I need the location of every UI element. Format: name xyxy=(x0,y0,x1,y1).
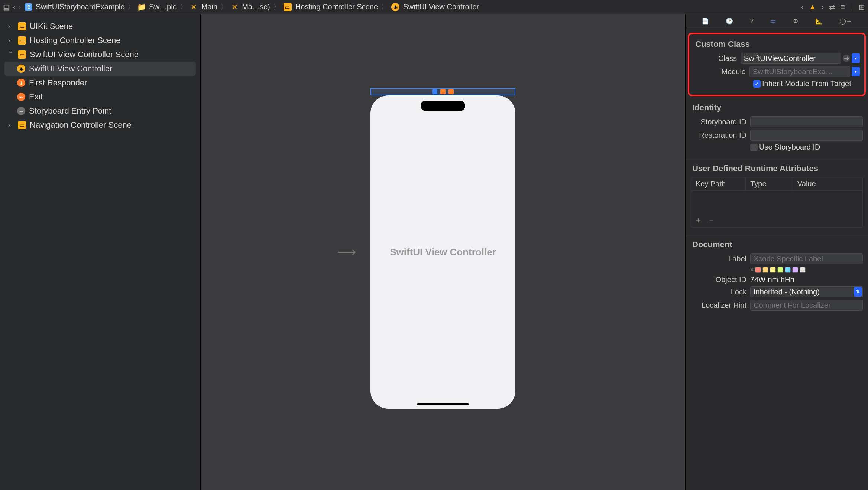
inspector-tabs: 📄 🕑 ? ▭ ⚙ 📐 ◯→ xyxy=(686,14,868,28)
x-icon: ✕ xyxy=(231,3,238,11)
color-swatch[interactable] xyxy=(792,267,798,273)
disclosure-closed-icon[interactable]: › xyxy=(8,122,14,128)
breadcrumb-item[interactable]: SwiftUIStoryboardExample xyxy=(36,3,124,11)
breadcrumb-item[interactable]: Hosting Controller Scene xyxy=(295,3,378,11)
color-swatch[interactable] xyxy=(755,267,761,273)
x-icon: ✕ xyxy=(190,3,198,11)
view-controller-icon: ◉ xyxy=(391,3,399,11)
lock-dropdown-icon[interactable]: ⇅ xyxy=(854,287,862,297)
tab-help-inspector[interactable]: ? xyxy=(750,18,754,24)
color-swatch[interactable] xyxy=(770,267,776,273)
breadcrumb-item[interactable]: SwiftUI View Controller xyxy=(403,3,479,11)
document-section: Document Label × xyxy=(686,236,868,319)
doc-label-label: Label xyxy=(691,255,746,263)
first-responder-dock-icon[interactable] xyxy=(440,89,446,94)
storyboard-canvas[interactable]: ⟶ SwiftUI View Controller xyxy=(201,14,685,490)
document-outline: › ▭ UIKit Scene › ▭ Hosting Controller S… xyxy=(0,14,201,490)
vc-dock-icon[interactable] xyxy=(432,89,437,94)
adjust-editor-icon[interactable]: ≡ xyxy=(841,3,845,11)
tab-file-inspector[interactable]: 📄 xyxy=(702,17,709,24)
localizer-hint-field[interactable] xyxy=(750,300,863,311)
remove-attr-button[interactable]: － xyxy=(707,215,716,226)
custom-class-section: Custom Class Class ➜ ▾ Module ▾ xyxy=(688,33,866,96)
section-title: Custom Class xyxy=(695,39,860,49)
module-field[interactable] xyxy=(749,66,850,77)
outline-item-swiftui-scene[interactable]: › ▭ SwiftUI View Controller Scene xyxy=(4,48,196,62)
inherit-module-checkbox[interactable]: ✓ xyxy=(753,80,761,88)
runtime-attrs-table[interactable]: Key Path Type Value ＋ － xyxy=(691,177,863,228)
section-title: Identity xyxy=(692,103,863,112)
exit-dock-icon[interactable] xyxy=(448,89,454,94)
breadcrumb: IB SwiftUIStoryboardExample〉 📁 Sw…ple〉 ✕… xyxy=(25,2,479,12)
color-swatch[interactable] xyxy=(762,267,768,273)
breadcrumb-item[interactable]: Main xyxy=(201,3,217,11)
scene-icon: ▭ xyxy=(18,36,26,45)
outline-label: SwiftUI View Controller xyxy=(29,64,113,74)
inherit-module-label: Inherit Module From Target xyxy=(762,79,851,88)
issue-nav-prev-icon[interactable]: ‹ xyxy=(801,3,804,11)
module-label: Module xyxy=(694,68,746,76)
warning-badge[interactable]: ▲ xyxy=(809,3,816,11)
table-body[interactable] xyxy=(691,191,862,213)
storyboard-id-label: Storyboard ID xyxy=(691,118,746,126)
restoration-id-field[interactable] xyxy=(750,130,863,141)
object-id-label: Object ID xyxy=(691,275,746,284)
col-type[interactable]: Type xyxy=(746,177,793,190)
outline-item-hosting-scene[interactable]: › ▭ Hosting Controller Scene xyxy=(4,33,196,48)
initial-vc-arrow-icon: ⟶ xyxy=(337,244,356,260)
add-editor-icon[interactable]: ⊞ xyxy=(859,3,865,12)
related-items-icon[interactable]: ▦ xyxy=(3,3,10,12)
scene-icon: ▭ xyxy=(284,3,292,11)
navigate-to-class-icon[interactable]: ➜ xyxy=(843,55,850,62)
disclosure-open-icon[interactable]: › xyxy=(8,52,14,58)
issue-nav-next-icon[interactable]: › xyxy=(822,3,824,11)
view-controller-scene[interactable]: ⟶ SwiftUI View Controller xyxy=(370,95,515,409)
tab-identity-inspector[interactable]: ▭ xyxy=(770,17,776,24)
outline-item-nav-scene[interactable]: › ▭ Navigation Controller Scene xyxy=(4,118,196,132)
col-keypath[interactable]: Key Path xyxy=(691,177,746,190)
tab-history-inspector[interactable]: 🕑 xyxy=(726,17,733,24)
breadcrumb-item[interactable]: Sw…ple xyxy=(149,3,176,11)
tab-connections-inspector[interactable]: ◯→ xyxy=(839,17,852,24)
color-swatch[interactable] xyxy=(785,267,791,273)
lock-label: Lock xyxy=(691,288,746,296)
top-toolbar: ▦ ‹ › IB SwiftUIStoryboardExample〉 📁 Sw…… xyxy=(0,0,868,14)
storyboard-id-field[interactable] xyxy=(750,116,863,127)
lock-popup[interactable] xyxy=(750,286,863,297)
outline-item-entry-point[interactable]: → Storyboard Entry Point xyxy=(4,104,196,118)
folder-icon: 📁 xyxy=(138,3,145,11)
color-swatch[interactable] xyxy=(800,267,806,273)
use-storyboard-id-checkbox[interactable] xyxy=(750,144,758,151)
tab-attributes-inspector[interactable]: ⚙ xyxy=(793,17,798,24)
object-id-value: 74W-nm-hHh xyxy=(750,275,794,284)
identity-section: Identity Storyboard ID Restoration ID Us… xyxy=(686,99,868,160)
outline-item-uikit-scene[interactable]: › ▭ UIKit Scene xyxy=(4,19,196,33)
back-button[interactable]: ‹ xyxy=(13,3,16,11)
restoration-id-label: Restoration ID xyxy=(691,131,746,140)
class-dropdown-icon[interactable]: ▾ xyxy=(852,53,860,63)
disclosure-closed-icon[interactable]: › xyxy=(8,23,14,30)
outline-item-swiftui-vc[interactable]: ◉ SwiftUI View Controller xyxy=(4,62,196,76)
refresh-icon[interactable]: ⇄ xyxy=(829,3,835,12)
col-value[interactable]: Value xyxy=(793,177,862,190)
color-swatches: × xyxy=(750,267,863,273)
breadcrumb-item[interactable]: Ma…se) xyxy=(242,3,270,11)
section-title: Document xyxy=(692,240,863,249)
module-dropdown-icon[interactable]: ▾ xyxy=(852,67,860,76)
outline-item-first-responder[interactable]: 1 First Responder xyxy=(4,76,196,90)
color-swatch[interactable] xyxy=(777,267,783,273)
class-field[interactable] xyxy=(741,53,841,64)
tab-size-inspector[interactable]: 📐 xyxy=(815,17,823,24)
add-attr-button[interactable]: ＋ xyxy=(694,215,702,226)
outline-item-exit[interactable]: ⇤ Exit xyxy=(4,90,196,104)
outline-label: Storyboard Entry Point xyxy=(29,106,111,116)
scene-icon: ▭ xyxy=(18,50,26,59)
entry-point-icon: → xyxy=(17,107,25,115)
device-preview[interactable]: SwiftUI View Controller xyxy=(370,95,515,409)
doc-label-field[interactable] xyxy=(750,253,863,264)
scene-dock[interactable] xyxy=(370,88,515,95)
outline-label: UIKit Scene xyxy=(30,22,73,31)
clear-color-button[interactable]: × xyxy=(750,267,754,273)
disclosure-closed-icon[interactable]: › xyxy=(8,37,14,44)
forward-button[interactable]: › xyxy=(19,3,21,11)
